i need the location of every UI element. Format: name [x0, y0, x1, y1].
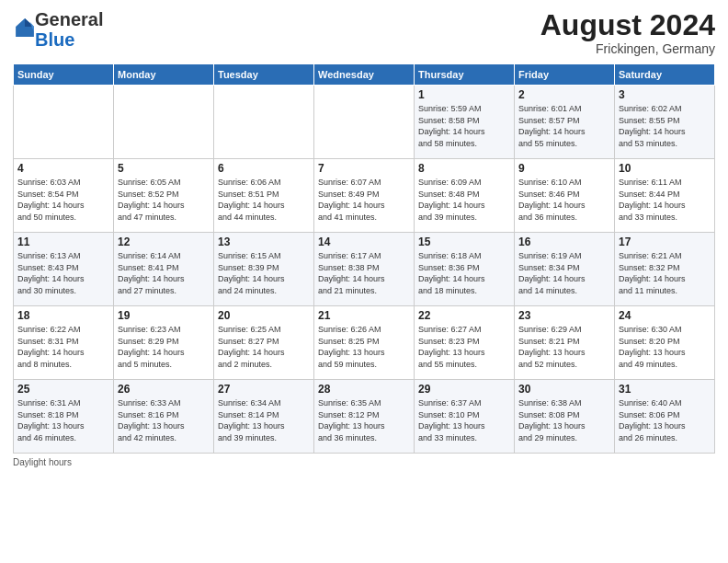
calendar-cell: 13Sunrise: 6:15 AM Sunset: 8:39 PM Dayli… — [214, 233, 314, 306]
logo: General Blue — [13, 9, 103, 50]
calendar-cell — [214, 86, 314, 159]
day-info: Sunrise: 6:09 AM Sunset: 8:48 PM Dayligh… — [418, 177, 510, 223]
month-title: August 2024 — [540, 9, 715, 41]
day-number: 10 — [619, 162, 711, 175]
day-number: 13 — [218, 236, 310, 248]
page-header: General Blue August 2024 Frickingen, Ger… — [13, 9, 715, 56]
calendar-cell: 8Sunrise: 6:09 AM Sunset: 8:48 PM Daylig… — [415, 159, 515, 233]
day-number: 21 — [318, 309, 410, 322]
weekday-header-saturday: Saturday — [615, 64, 715, 86]
day-info: Sunrise: 5:59 AM Sunset: 8:58 PM Dayligh… — [418, 103, 510, 149]
calendar-cell: 1Sunrise: 5:59 AM Sunset: 8:58 PM Daylig… — [415, 86, 515, 159]
day-number: 17 — [619, 236, 711, 248]
day-info: Sunrise: 6:40 AM Sunset: 8:06 PM Dayligh… — [619, 397, 711, 443]
calendar-cell: 6Sunrise: 6:06 AM Sunset: 8:51 PM Daylig… — [214, 159, 314, 233]
calendar-cell: 26Sunrise: 6:33 AM Sunset: 8:16 PM Dayli… — [114, 380, 214, 454]
day-number: 1 — [418, 88, 510, 101]
calendar-cell — [114, 86, 214, 159]
calendar-cell: 11Sunrise: 6:13 AM Sunset: 8:43 PM Dayli… — [14, 233, 114, 306]
calendar-cell: 28Sunrise: 6:35 AM Sunset: 8:12 PM Dayli… — [314, 380, 415, 454]
weekday-header-tuesday: Tuesday — [214, 64, 314, 86]
day-info: Sunrise: 6:35 AM Sunset: 8:12 PM Dayligh… — [318, 397, 410, 443]
day-info: Sunrise: 6:13 AM Sunset: 8:43 PM Dayligh… — [17, 250, 109, 296]
calendar-cell: 17Sunrise: 6:21 AM Sunset: 8:32 PM Dayli… — [615, 233, 715, 306]
day-info: Sunrise: 6:07 AM Sunset: 8:49 PM Dayligh… — [318, 177, 410, 223]
day-info: Sunrise: 6:18 AM Sunset: 8:36 PM Dayligh… — [418, 250, 510, 296]
weekday-header-row: SundayMondayTuesdayWednesdayThursdayFrid… — [14, 64, 715, 86]
day-number: 30 — [518, 383, 610, 396]
weekday-header-wednesday: Wednesday — [314, 64, 415, 86]
location-subtitle: Frickingen, Germany — [540, 41, 715, 56]
day-info: Sunrise: 6:33 AM Sunset: 8:16 PM Dayligh… — [118, 397, 210, 443]
day-info: Sunrise: 6:14 AM Sunset: 8:41 PM Dayligh… — [118, 250, 210, 296]
day-info: Sunrise: 6:17 AM Sunset: 8:38 PM Dayligh… — [318, 250, 410, 296]
calendar-cell: 18Sunrise: 6:22 AM Sunset: 8:31 PM Dayli… — [14, 306, 114, 380]
day-number: 27 — [218, 383, 310, 396]
day-number: 24 — [619, 309, 711, 322]
week-row-1: 1Sunrise: 5:59 AM Sunset: 8:58 PM Daylig… — [14, 86, 715, 159]
calendar-cell: 14Sunrise: 6:17 AM Sunset: 8:38 PM Dayli… — [314, 233, 415, 306]
calendar-cell: 25Sunrise: 6:31 AM Sunset: 8:18 PM Dayli… — [14, 380, 114, 454]
day-info: Sunrise: 6:19 AM Sunset: 8:34 PM Dayligh… — [518, 250, 610, 296]
calendar-cell: 12Sunrise: 6:14 AM Sunset: 8:41 PM Dayli… — [114, 233, 214, 306]
calendar-cell — [314, 86, 415, 159]
day-info: Sunrise: 6:30 AM Sunset: 8:20 PM Dayligh… — [619, 324, 711, 370]
week-row-5: 25Sunrise: 6:31 AM Sunset: 8:18 PM Dayli… — [14, 380, 715, 454]
week-row-4: 18Sunrise: 6:22 AM Sunset: 8:31 PM Dayli… — [14, 306, 715, 380]
day-number: 15 — [418, 236, 510, 248]
calendar-cell: 30Sunrise: 6:38 AM Sunset: 8:08 PM Dayli… — [515, 380, 615, 454]
day-info: Sunrise: 6:27 AM Sunset: 8:23 PM Dayligh… — [418, 324, 510, 370]
weekday-header-monday: Monday — [114, 64, 214, 86]
calendar-cell: 20Sunrise: 6:25 AM Sunset: 8:27 PM Dayli… — [214, 306, 314, 380]
day-number: 9 — [518, 162, 610, 175]
day-number: 18 — [17, 309, 109, 322]
logo-general: General — [35, 9, 103, 29]
day-number: 3 — [619, 88, 711, 101]
day-number: 16 — [518, 236, 610, 248]
weekday-header-thursday: Thursday — [415, 64, 515, 86]
week-row-2: 4Sunrise: 6:03 AM Sunset: 8:54 PM Daylig… — [14, 159, 715, 233]
calendar-cell: 4Sunrise: 6:03 AM Sunset: 8:54 PM Daylig… — [14, 159, 114, 233]
day-info: Sunrise: 6:10 AM Sunset: 8:46 PM Dayligh… — [518, 177, 610, 223]
day-info: Sunrise: 6:26 AM Sunset: 8:25 PM Dayligh… — [318, 324, 410, 370]
calendar-cell: 24Sunrise: 6:30 AM Sunset: 8:20 PM Dayli… — [615, 306, 715, 380]
title-block: August 2024 Frickingen, Germany — [540, 9, 715, 56]
day-info: Sunrise: 6:01 AM Sunset: 8:57 PM Dayligh… — [518, 103, 610, 149]
day-info: Sunrise: 6:02 AM Sunset: 8:55 PM Dayligh… — [619, 103, 711, 149]
day-info: Sunrise: 6:23 AM Sunset: 8:29 PM Dayligh… — [118, 324, 210, 370]
calendar-cell: 22Sunrise: 6:27 AM Sunset: 8:23 PM Dayli… — [415, 306, 515, 380]
calendar-cell: 9Sunrise: 6:10 AM Sunset: 8:46 PM Daylig… — [515, 159, 615, 233]
calendar-cell: 19Sunrise: 6:23 AM Sunset: 8:29 PM Dayli… — [114, 306, 214, 380]
calendar-cell: 3Sunrise: 6:02 AM Sunset: 8:55 PM Daylig… — [615, 86, 715, 159]
day-number: 19 — [118, 309, 210, 322]
day-number: 29 — [418, 383, 510, 396]
day-number: 20 — [218, 309, 310, 322]
legend: Daylight hours — [13, 457, 715, 467]
day-info: Sunrise: 6:11 AM Sunset: 8:44 PM Dayligh… — [619, 177, 711, 223]
day-info: Sunrise: 6:21 AM Sunset: 8:32 PM Dayligh… — [619, 250, 711, 296]
calendar-cell: 29Sunrise: 6:37 AM Sunset: 8:10 PM Dayli… — [415, 380, 515, 454]
day-info: Sunrise: 6:25 AM Sunset: 8:27 PM Dayligh… — [218, 324, 310, 370]
calendar-cell: 27Sunrise: 6:34 AM Sunset: 8:14 PM Dayli… — [214, 380, 314, 454]
day-number: 14 — [318, 236, 410, 248]
day-info: Sunrise: 6:34 AM Sunset: 8:14 PM Dayligh… — [218, 397, 310, 443]
day-info: Sunrise: 6:38 AM Sunset: 8:08 PM Dayligh… — [518, 397, 610, 443]
day-info: Sunrise: 6:22 AM Sunset: 8:31 PM Dayligh… — [17, 324, 109, 370]
day-number: 25 — [17, 383, 109, 396]
day-number: 7 — [318, 162, 410, 175]
calendar-cell: 7Sunrise: 6:07 AM Sunset: 8:49 PM Daylig… — [314, 159, 415, 233]
day-info: Sunrise: 6:31 AM Sunset: 8:18 PM Dayligh… — [17, 397, 109, 443]
day-info: Sunrise: 6:37 AM Sunset: 8:10 PM Dayligh… — [418, 397, 510, 443]
daylight-legend-label: Daylight hours — [13, 457, 72, 467]
day-info: Sunrise: 6:05 AM Sunset: 8:52 PM Dayligh… — [118, 177, 210, 223]
day-number: 23 — [518, 309, 610, 322]
calendar-cell: 5Sunrise: 6:05 AM Sunset: 8:52 PM Daylig… — [114, 159, 214, 233]
calendar-cell: 21Sunrise: 6:26 AM Sunset: 8:25 PM Dayli… — [314, 306, 415, 380]
page-container: General Blue August 2024 Frickingen, Ger… — [0, 0, 728, 473]
day-number: 5 — [118, 162, 210, 175]
calendar-cell: 2Sunrise: 6:01 AM Sunset: 8:57 PM Daylig… — [515, 86, 615, 159]
day-info: Sunrise: 6:29 AM Sunset: 8:21 PM Dayligh… — [518, 324, 610, 370]
day-number: 12 — [118, 236, 210, 248]
day-info: Sunrise: 6:03 AM Sunset: 8:54 PM Dayligh… — [17, 177, 109, 223]
calendar-cell: 23Sunrise: 6:29 AM Sunset: 8:21 PM Dayli… — [515, 306, 615, 380]
